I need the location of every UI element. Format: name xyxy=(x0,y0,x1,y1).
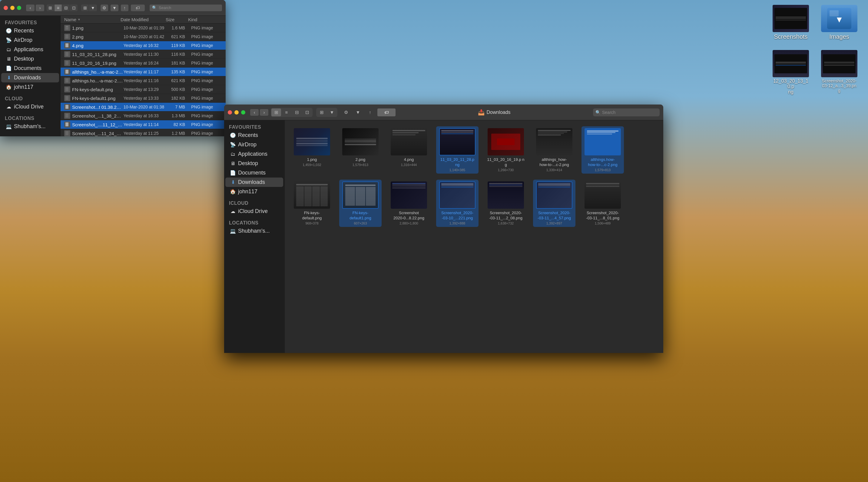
close-button-2[interactable] xyxy=(228,110,232,115)
list-view-btn-1[interactable]: ≡ xyxy=(55,4,62,11)
file-row[interactable]: 11_03_20_16_19.png Yesterday at 16:24 18… xyxy=(61,59,226,67)
list-view-2[interactable]: ≡ xyxy=(282,109,291,116)
date-col-header[interactable]: Date Modified xyxy=(121,17,166,22)
action-btn-1[interactable]: ⚙ xyxy=(100,4,108,11)
sidebar-item-documents-2[interactable]: 📄 Documents xyxy=(225,168,283,178)
grid-item-screenshot-208[interactable]: Screenshot_2020--03-11_...2_08.png 1,638… xyxy=(485,180,527,227)
gallery-view-btn-1[interactable]: ⊡ xyxy=(70,4,78,11)
grid-item-4png[interactable]: 4.png 1,316×444 xyxy=(388,126,430,174)
desktop-icon-screenshot-2020[interactable]: Screenshot_2020-03-12_a...3_39.png xyxy=(819,48,859,97)
sidebar-item-downloads-2[interactable]: ⬇ Downloads xyxy=(225,178,283,187)
grid-item-screenshot-801[interactable]: Screenshot_2020--03-11_...8_01.png 1,506… xyxy=(582,180,624,227)
sidebar-item-applications-1[interactable]: 🗂 Applications xyxy=(1,45,59,54)
grid-item-11-28[interactable]: 11_03_20_11_28.png 1,140×385 xyxy=(436,126,478,174)
kind-col-header[interactable]: Kind xyxy=(188,17,222,22)
sidebar-item-john117-1[interactable]: 🏠 john117 xyxy=(1,82,59,92)
share-btn-1[interactable]: ↑ xyxy=(121,4,129,11)
grid-meta-screenshot-208: 1,638×732 xyxy=(498,221,514,225)
sidebar-item-airdrop-2[interactable]: 📡 AirDrop xyxy=(225,140,283,149)
file-row[interactable]: 2.png 10-Mar-2020 at 01:42 621 KB PNG im… xyxy=(61,32,226,41)
icon-view-2[interactable]: ⊞ xyxy=(271,109,281,116)
search-field-2[interactable]: 🔍 Search xyxy=(593,109,660,116)
grid-meta-screenshot-801: 1,506×489 xyxy=(595,221,611,225)
sidebar-item-icloud-2[interactable]: ☁ iCloud Drive xyxy=(225,207,283,216)
back-button-2[interactable]: ‹ xyxy=(250,109,259,116)
file-row[interactable]: FN-keys-default1.png Yesterday at 13:33 … xyxy=(61,94,226,103)
grid-item-1png[interactable]: 1.png 1,459×1,032 xyxy=(291,126,333,174)
maximize-button-1[interactable] xyxy=(17,6,21,10)
file-row[interactable]: 11_03_20_11_28.png Yesterday at 11:30 11… xyxy=(61,50,226,59)
grid-view-btn-1b[interactable]: ▼ xyxy=(89,4,97,11)
file-date: Yesterday at 11:16 xyxy=(124,78,165,83)
file-row[interactable]: Screenshot...t 01.38.22.png 10-Mar-2020 … xyxy=(61,103,226,112)
grid-item-screenshot-457[interactable]: Screenshot_2020--03-11_...4_57.png 1,392… xyxy=(533,180,576,227)
icon-view-btn-1[interactable]: ⊞ xyxy=(46,4,55,11)
minimize-button-1[interactable] xyxy=(10,6,14,10)
desktop-icon-images[interactable]: ▼ Images xyxy=(819,3,859,42)
share-btn-2[interactable]: ↑ xyxy=(365,109,375,116)
tag-btn-1[interactable]: 🏷 xyxy=(131,4,145,11)
forward-button-1[interactable]: › xyxy=(36,4,44,11)
file-row[interactable]: 1.png 10-Mar-2020 at 01:39 1.6 MB PNG im… xyxy=(61,24,226,32)
grid-item-screenshot-8-22[interactable]: Screenshot2020-0...8.22.png 2,880×1,800 xyxy=(388,180,430,227)
grid-item-screenshot-221[interactable]: Screenshot_2020--03-10_...221.png 1,392×… xyxy=(436,180,478,227)
sidebar-item-documents-1[interactable]: 📄 Documents xyxy=(1,64,59,73)
file-row[interactable]: 4.png Yesterday at 16:32 119 KB PNG imag… xyxy=(61,41,226,50)
sidebar-item-john117-2[interactable]: 🏠 john117 xyxy=(225,187,283,196)
svg-rect-5 xyxy=(65,61,68,65)
grid-item-2png[interactable]: 2.png 1,579×813 xyxy=(339,126,382,174)
sidebar-item-applications-2[interactable]: 🗂 Applications xyxy=(225,149,283,159)
file-row[interactable]: allthings.ho...-a-mac-2.png Yesterday at… xyxy=(61,76,226,85)
grid-view-btn-1[interactable]: ⊞ xyxy=(81,4,89,11)
action-btn-1b[interactable]: ▼ xyxy=(111,4,118,11)
file-row[interactable]: Screenshot_...1_38_221.png Yesterday at … xyxy=(61,112,226,120)
action-btn-2[interactable]: ⚙ xyxy=(341,109,351,116)
column-view-2[interactable]: ⊟ xyxy=(292,109,302,116)
sidebar-item-downloads-1[interactable]: ⬇ Downloads xyxy=(1,73,59,82)
file-row[interactable]: FN-keys-default.png Yesterday at 13:29 5… xyxy=(61,85,226,94)
gallery-view-2[interactable]: ⊡ xyxy=(302,109,312,116)
close-button-1[interactable] xyxy=(4,6,8,10)
file-size: 1.6 MB xyxy=(164,25,191,30)
sidebar-item-shubhams-2[interactable]: 💻 Shubham's... xyxy=(225,226,283,236)
file-row[interactable]: Screenshot_....11_12_08.png Yesterday at… xyxy=(61,120,226,129)
grid-meta-2png: 1,579×813 xyxy=(352,163,368,167)
search-bar-1[interactable]: 🔍 Search xyxy=(150,4,222,11)
file-row[interactable]: Screenshot_...11_24_57.png Yesterday at … xyxy=(61,129,226,136)
sidebar-item-recents-2[interactable]: 🕐 Recents xyxy=(225,130,283,140)
back-button-1[interactable]: ‹ xyxy=(26,4,34,11)
grid-thumb-allthings1 xyxy=(536,128,572,155)
grid-item-fn-default[interactable]: FN-keys-default.png 968×378 xyxy=(291,180,333,227)
name-column-header[interactable]: Name ▼ xyxy=(64,17,121,22)
grid-meta-allthings2: 1,579×813 xyxy=(595,168,611,172)
sidebar-item-desktop-1[interactable]: 🖥 Desktop xyxy=(1,54,59,64)
tag-btn-2[interactable]: 🏷 xyxy=(377,109,396,116)
sidebar-item-desktop-2[interactable]: 🖥 Desktop xyxy=(225,159,283,168)
file-date: Yesterday at 16:32 xyxy=(124,43,165,48)
sidebar-item-icloud-1[interactable]: ☁ iCloud Drive xyxy=(1,102,59,112)
desktop-icon-screenshots[interactable]: Screenshots xyxy=(771,3,810,42)
sidebar-section-icloud-2: iCloud xyxy=(224,199,284,207)
file-size: 7 MB xyxy=(164,104,191,109)
action-down-2[interactable]: ▼ xyxy=(353,109,363,116)
grid-item-11-19[interactable]: 11_03_20_16_19.p ng 1,266×730 xyxy=(485,126,527,174)
desktop-icon-12-03[interactable]: 12_03_20_13_10.png xyxy=(771,48,810,97)
grid-down-2[interactable]: ▼ xyxy=(327,109,337,116)
file-row[interactable]: allthings_ho...-a-mac-2.png Yesterday at… xyxy=(61,67,226,76)
grid-item-allthings1[interactable]: allthings_how-how-to-...c-2.png 1,339×41… xyxy=(533,126,576,174)
grid-item-fn-default1[interactable]: FN-keys-default1.png 607×263 xyxy=(339,180,382,227)
grid-view-2[interactable]: ⊞ xyxy=(317,109,327,116)
file-icon xyxy=(64,60,70,66)
forward-button-2[interactable]: › xyxy=(260,109,268,116)
sidebar-item-shubhams-1[interactable]: 💻 Shubham's... xyxy=(1,122,59,131)
minimize-button-2[interactable] xyxy=(235,110,239,115)
maximize-button-2[interactable] xyxy=(241,110,245,115)
sidebar-section-cloud: Cloud xyxy=(0,94,60,102)
sidebar-item-airdrop-1[interactable]: 📡 AirDrop xyxy=(1,35,59,45)
grid-item-allthings2[interactable]: allthings.how-how-to-...c-2.png 1,579×81… xyxy=(582,126,624,174)
sidebar-item-recents-1[interactable]: 🕐 Recents xyxy=(1,26,59,35)
icloud-icon: ☁ xyxy=(6,104,11,110)
column-view-btn-1[interactable]: ⊟ xyxy=(62,4,70,11)
file-kind: PNG image xyxy=(191,96,222,100)
size-col-header[interactable]: Size xyxy=(166,17,188,22)
